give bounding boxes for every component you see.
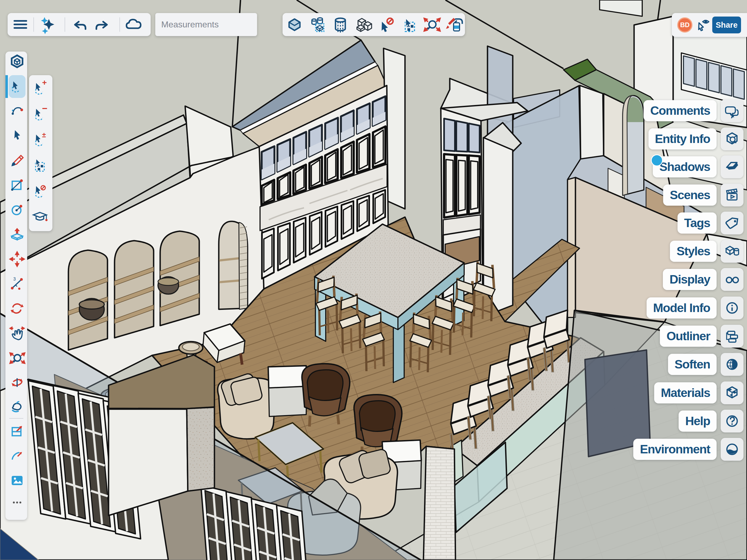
svg-text:+: + [42, 78, 47, 87]
svg-text:−: − [42, 103, 48, 113]
svg-text:3: 3 [13, 277, 16, 282]
svg-text:±: ± [42, 131, 46, 139]
